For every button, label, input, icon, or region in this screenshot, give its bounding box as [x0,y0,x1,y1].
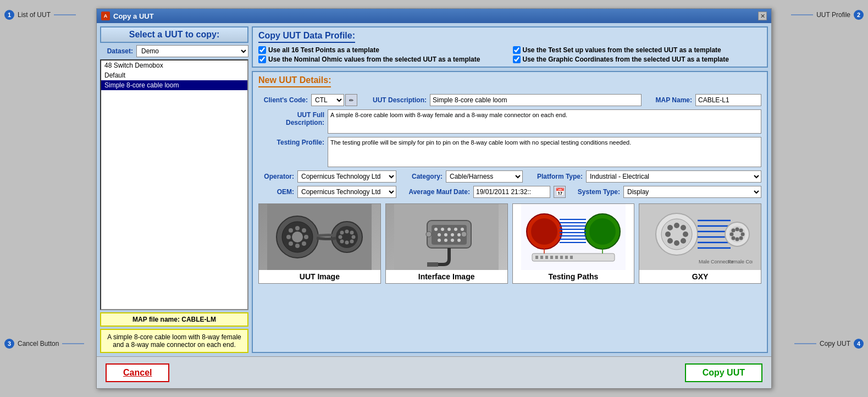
uut-list[interactable]: 48 Switch Demobox Default Simple 8-core … [100,59,248,310]
svg-rect-61 [550,256,553,259]
svg-point-48 [589,218,616,245]
svg-point-33 [461,228,464,231]
images-row: UUT Image [258,203,761,284]
svg-point-92 [735,238,739,241]
right-panel: Copy UUT Data Profile: Use all 16 Test P… [252,26,768,353]
list-item[interactable]: Default [101,70,247,80]
annotation-1: 1 List of UUT [4,10,76,20]
svg-point-13 [295,244,300,248]
svg-text:Female Connector: Female Connector [728,259,753,264]
annotation-2: 2 UUT Profile [791,10,864,20]
platform-type-select[interactable]: Industrial - Electrical [586,170,761,183]
svg-point-11 [304,235,308,239]
svg-point-77 [667,238,673,244]
svg-point-72 [674,223,679,228]
form-row-1: Client's Code: CTL ✏ UUT Description: MA… [258,94,761,106]
uut-image-placeholder [259,204,380,270]
dataset-row: Dataset: Demo [100,45,248,57]
svg-point-34 [438,233,441,236]
map-name-input[interactable] [695,94,761,106]
left-panel-title: Select a UUT to copy: [100,26,248,43]
category-label: Category: [404,173,443,180]
svg-point-38 [438,239,441,242]
ann1-label: List of UUT [18,11,51,19]
checkbox-3[interactable] [258,56,266,63]
gxy-image-label: GXY [639,270,761,283]
ann2-circle: 2 [854,10,864,20]
avg-mauf-input[interactable] [473,186,550,198]
checkbox-4-label: Use the Graphic Coordinates from the sel… [523,56,729,63]
copy-uut-button[interactable]: Copy UUT [685,363,762,382]
platform-type-label: Platform Type: [530,173,583,180]
testing-paths-card: Testing Paths [512,203,635,284]
system-type-select[interactable]: Display [623,186,761,198]
dataset-label: Dataset: [100,47,133,55]
uut-description-label: UUT Description: [366,96,427,104]
new-uut-section-title: New UUT Details: [258,75,331,87]
svg-point-30 [441,228,444,231]
oem-select[interactable]: Copernicus Technology Ltd [297,186,396,198]
checkbox-4[interactable] [513,56,521,63]
svg-point-31 [447,228,451,231]
svg-point-22 [350,240,354,244]
form-row-2: UUT Full Description: A simple 8-core ca… [258,109,761,134]
title-bar: A Copy a UUT ✕ [97,9,771,23]
svg-point-19 [345,230,349,234]
cancel-button[interactable]: Cancel [106,363,169,382]
svg-point-8 [289,228,293,233]
operator-select[interactable]: Copernicus Technology Ltd [297,170,396,183]
uut-image-label: UUT Image [259,270,380,283]
svg-rect-64 [565,256,568,259]
uut-description-input[interactable] [430,94,642,106]
svg-point-36 [451,233,454,236]
svg-point-71 [667,225,673,230]
category-select[interactable]: Cable/Harness [446,170,523,183]
checkboxes-grid: Use all 16 Test Points as a template Use… [258,46,761,63]
full-description-label: UUT Full Description: [258,109,324,126]
clients-code-edit-button[interactable]: ✏ [345,94,357,106]
interface-image-placeholder [386,204,507,270]
testing-paths-label: Testing Paths [513,270,634,283]
full-description-textarea[interactable]: A simple 8-core cable loom with 8-way fe… [328,109,761,134]
svg-point-25 [339,235,342,239]
outer-wrapper: 1 List of UUT 2 UUT Profile 3 Cancel But… [0,0,868,397]
list-item[interactable]: Simple 8-core cable loom [101,80,247,90]
ann4-circle: 4 [854,339,864,349]
form-row-3: Testing Profile: The testing profile wil… [258,137,761,167]
ann3-label: Cancel Button [18,340,59,348]
annotation-3: 3 Cancel Button [4,339,84,349]
checkbox-2[interactable] [513,46,521,54]
checkbox-row-2: Use the Test Set up values from the sele… [513,46,762,54]
gxy-image-placeholder: Male Connector Female Connector [639,204,761,270]
svg-point-74 [683,231,688,237]
svg-point-9 [295,226,300,230]
svg-rect-65 [570,256,573,259]
testing-profile-textarea[interactable]: The testing profile will be simply for p… [328,137,761,167]
list-item[interactable]: 48 Switch Demobox [101,60,247,70]
dataset-select[interactable]: Demo [136,45,248,57]
svg-point-46 [531,218,557,245]
svg-rect-57 [532,253,615,261]
svg-point-94 [729,233,733,236]
clients-code-label: Client's Code: [258,96,308,104]
svg-point-10 [302,228,306,233]
svg-point-88 [735,228,739,231]
svg-point-35 [444,233,447,236]
svg-point-21 [352,235,356,239]
svg-point-73 [681,225,686,230]
clients-code-select[interactable]: CTL [311,94,344,106]
close-button[interactable]: ✕ [758,12,767,20]
svg-point-89 [739,229,743,233]
map-name-label: MAP Name: [648,96,692,104]
svg-point-40 [451,239,454,242]
svg-point-41 [457,239,461,242]
checkbox-3-label: Use the Nominal Ohmic values from the se… [268,56,480,63]
title-bar-left: A Copy a UUT [101,12,154,20]
svg-point-91 [739,236,743,240]
svg-point-75 [681,238,686,244]
calendar-button[interactable]: 📅 [554,186,566,198]
checkbox-1[interactable] [258,46,266,54]
svg-point-12 [302,241,306,246]
testing-profile-label: Testing Profile: [258,137,324,146]
dialog-title: Copy a UUT [113,12,154,20]
